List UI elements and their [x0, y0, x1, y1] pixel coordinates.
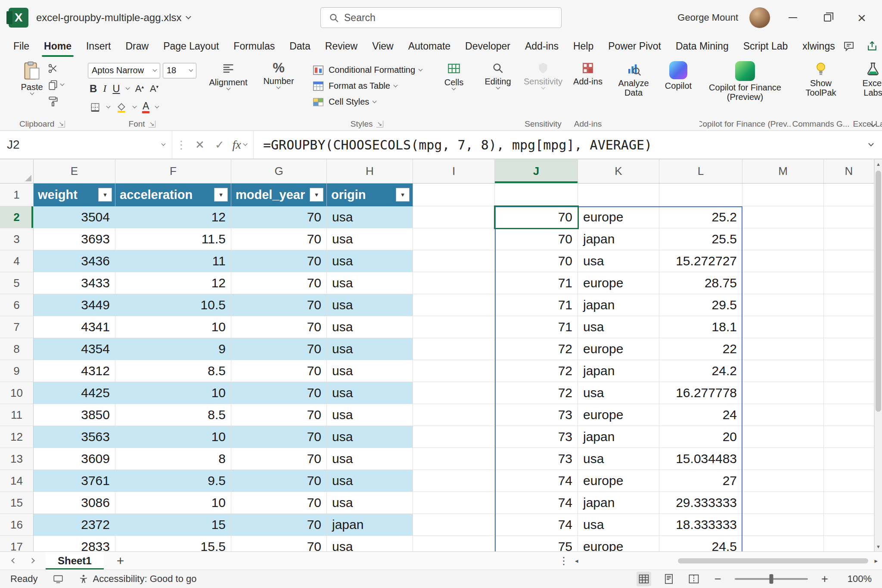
cell-G6[interactable]: 70	[231, 294, 327, 316]
underline-button[interactable]: U	[112, 83, 120, 95]
column-header-E[interactable]: E	[34, 159, 115, 183]
cell-K15[interactable]: japan	[578, 492, 659, 514]
cell-M14[interactable]	[742, 470, 824, 492]
cell-H16[interactable]: japan	[327, 514, 413, 536]
view-page-break-button[interactable]	[686, 572, 701, 586]
cell-I10[interactable]	[413, 382, 495, 404]
zoom-in-button[interactable]: +	[818, 572, 831, 586]
vertical-scroll-thumb[interactable]	[876, 171, 881, 412]
cell-J10[interactable]: 72	[495, 382, 578, 404]
zoom-level[interactable]: 100%	[842, 573, 872, 585]
editing-button[interactable]: Editing	[483, 60, 512, 118]
font-color-button[interactable]: A	[142, 101, 149, 113]
cell-J1[interactable]	[495, 184, 578, 206]
sheet-options-icon[interactable]: ⋮	[559, 555, 569, 567]
cell-H6[interactable]: usa	[327, 294, 413, 316]
column-header-L[interactable]: L	[659, 159, 742, 183]
cell-K7[interactable]: usa	[578, 316, 659, 338]
ribbon-tab-home[interactable]: Home	[37, 35, 79, 57]
cell-F11[interactable]: 8.5	[115, 404, 231, 426]
cell-N12[interactable]	[824, 426, 874, 448]
column-header-G[interactable]: G	[231, 159, 327, 183]
cell-M4[interactable]	[742, 250, 824, 272]
sheet-tab-sheet1[interactable]: Sheet1	[46, 552, 104, 569]
cell-F6[interactable]: 10.5	[115, 294, 231, 316]
row-header-11[interactable]: 11	[0, 404, 34, 426]
cell-G1[interactable]: model_year▾	[231, 184, 327, 206]
cell-F15[interactable]: 10	[115, 492, 231, 514]
add-sheet-button[interactable]: +	[104, 552, 137, 569]
copilot-finance-button[interactable]: Copilot for Finance (Preview)	[699, 60, 791, 118]
cell-J6[interactable]: 71	[495, 294, 578, 316]
cell-L8[interactable]: 22	[659, 338, 742, 360]
cell-G3[interactable]: 70	[231, 228, 327, 250]
cell-K1[interactable]	[578, 184, 659, 206]
cell-J2[interactable]: 70	[495, 206, 578, 228]
cell-E4[interactable]: 3436	[34, 250, 115, 272]
fill-color-icon[interactable]	[116, 102, 127, 113]
row-header-12[interactable]: 12	[0, 426, 34, 448]
cell-L14[interactable]: 27	[659, 470, 742, 492]
cell-N10[interactable]	[824, 382, 874, 404]
cell-E15[interactable]: 3086	[34, 492, 115, 514]
cell-J12[interactable]: 73	[495, 426, 578, 448]
cell-L11[interactable]: 24	[659, 404, 742, 426]
cell-E8[interactable]: 4354	[34, 338, 115, 360]
row-header-17[interactable]: 17	[0, 536, 34, 551]
cell-I9[interactable]	[413, 360, 495, 382]
column-header-H[interactable]: H	[327, 159, 413, 183]
cell-H9[interactable]: usa	[327, 360, 413, 382]
cell-M7[interactable]	[742, 316, 824, 338]
increase-font-button[interactable]: A▴	[135, 83, 144, 94]
cell-E1[interactable]: weight▾	[34, 184, 115, 206]
row-header-15[interactable]: 15	[0, 492, 34, 514]
row-header-10[interactable]: 10	[0, 382, 34, 404]
formula-bar-resize-handle[interactable]: ⋮	[172, 131, 190, 159]
cell-K17[interactable]: europe	[578, 536, 659, 551]
cell-I14[interactable]	[413, 470, 495, 492]
cell-M8[interactable]	[742, 338, 824, 360]
cell-L7[interactable]: 18.1	[659, 316, 742, 338]
cell-I7[interactable]	[413, 316, 495, 338]
cell-N16[interactable]	[824, 514, 874, 536]
minimize-button[interactable]	[781, 6, 804, 29]
filter-button-weight[interactable]: ▾	[98, 188, 112, 202]
cell-F1[interactable]: acceleration▾	[115, 184, 231, 206]
format-painter-button[interactable]	[47, 94, 64, 109]
cell-M16[interactable]	[742, 514, 824, 536]
search-box[interactable]: Search	[320, 7, 562, 28]
cell-G8[interactable]: 70	[231, 338, 327, 360]
cell-K12[interactable]: japan	[578, 426, 659, 448]
ribbon-tab-file[interactable]: File	[6, 35, 37, 57]
cell-G17[interactable]: 70	[231, 536, 327, 551]
file-name-menu[interactable]: excel-groupby-multiple-agg.xlsx	[36, 12, 190, 24]
cell-L5[interactable]: 28.75	[659, 272, 742, 294]
cell-N4[interactable]	[824, 250, 874, 272]
cell-E14[interactable]: 3761	[34, 470, 115, 492]
ribbon-tab-help[interactable]: Help	[566, 35, 601, 57]
scroll-up-arrow[interactable]: ▲	[876, 159, 881, 169]
filter-button-model_year[interactable]: ▾	[310, 188, 323, 202]
zoom-slider[interactable]	[735, 578, 808, 580]
cell-J17[interactable]: 75	[495, 536, 578, 551]
cell-F16[interactable]: 15	[115, 514, 231, 536]
ribbon-tab-data-mining[interactable]: Data Mining	[668, 35, 736, 57]
cell-I2[interactable]	[413, 206, 495, 228]
excel-app-icon[interactable]: X	[9, 8, 28, 28]
view-normal-button[interactable]	[637, 572, 651, 586]
cell-E13[interactable]: 3609	[34, 448, 115, 470]
conditional-formatting-button[interactable]: Conditional Formatting	[312, 62, 422, 78]
cell-E10[interactable]: 4425	[34, 382, 115, 404]
macro-record-button[interactable]	[53, 573, 64, 585]
scroll-down-arrow[interactable]: ▼	[876, 542, 881, 551]
cell-L17[interactable]: 24.5	[659, 536, 742, 551]
formula-input[interactable]: =GROUPBY(CHOOSECOLS(mpg, 7, 8), mpg[mpg]…	[254, 131, 860, 159]
cell-H10[interactable]: usa	[327, 382, 413, 404]
cell-H14[interactable]: usa	[327, 470, 413, 492]
cell-K3[interactable]: japan	[578, 228, 659, 250]
avatar[interactable]	[749, 7, 770, 28]
cell-F9[interactable]: 8.5	[115, 360, 231, 382]
cell-H4[interactable]: usa	[327, 250, 413, 272]
cell-L16[interactable]: 18.333333	[659, 514, 742, 536]
cell-J16[interactable]: 74	[495, 514, 578, 536]
